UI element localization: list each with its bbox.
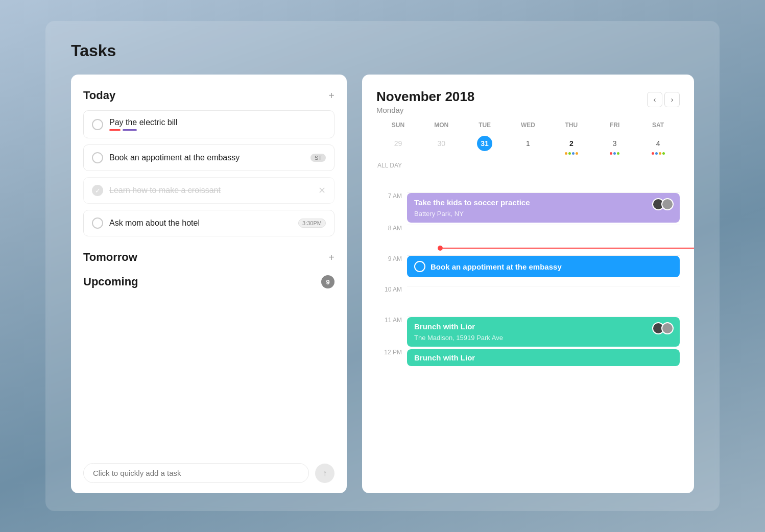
event-title: Book an appotiment at the embassy xyxy=(431,262,562,271)
add-today-button[interactable]: + xyxy=(328,90,334,101)
task-text: Ask mom about the hotel xyxy=(109,219,292,228)
event-dot xyxy=(568,152,571,155)
calendar-event[interactable]: Brunch with Lior The Madison, 15919 Park… xyxy=(407,317,680,347)
event-dot xyxy=(659,152,661,155)
time-content: Brunch with Lior The Madison, 15919 Park… xyxy=(407,317,680,349)
calendar-day[interactable]: 4 xyxy=(636,133,680,158)
time-label: 7 AM xyxy=(376,192,407,200)
day-number-today: 31 xyxy=(477,136,492,151)
event-avatars xyxy=(652,322,674,334)
add-tomorrow-button[interactable]: + xyxy=(328,252,334,262)
time-label: 8 AM xyxy=(376,225,407,232)
time-row-12pm: 12 PM Brunch with Lior xyxy=(376,349,680,379)
app-container: Tasks Today + Pay the electric bill xyxy=(45,21,720,511)
timeline: ALL DAY 7 AM Take the kids to soccer pra… xyxy=(376,162,680,379)
day-number: 30 xyxy=(434,136,449,151)
time-content xyxy=(407,162,680,192)
calendar-day[interactable]: 1 xyxy=(507,133,550,158)
task-close-button[interactable]: ✕ xyxy=(318,185,326,196)
calendar-day[interactable]: 30 xyxy=(420,133,463,158)
today-header: Today + xyxy=(83,89,334,102)
weekday-header: FRI xyxy=(593,117,636,133)
app-title: Tasks xyxy=(71,41,694,60)
avatar xyxy=(661,198,674,210)
quick-add-row: ↑ xyxy=(83,453,334,483)
weekday-header: SUN xyxy=(376,117,420,133)
calendar-day[interactable]: 29 xyxy=(376,133,420,158)
time-indicator-dot xyxy=(438,246,443,251)
day-number: 1 xyxy=(520,136,536,151)
event-dot xyxy=(662,152,665,155)
calendar-header: November 2018 Monday ‹ › xyxy=(376,89,680,114)
task-checkbox[interactable] xyxy=(92,217,103,229)
event-dot xyxy=(576,152,578,155)
event-dot xyxy=(565,152,567,155)
time-content: Brunch with Lior xyxy=(407,349,680,379)
time-label: ALL DAY xyxy=(376,162,407,169)
time-content xyxy=(407,286,680,317)
time-row-8am: 8 AM xyxy=(376,225,680,255)
calendar-day[interactable]: 2 xyxy=(549,133,593,158)
prev-month-button[interactable]: ‹ xyxy=(647,92,662,107)
event-location: The Madison, 15919 Park Ave xyxy=(414,334,673,342)
event-dots xyxy=(636,152,680,155)
task-time-badge: 3:30PM xyxy=(298,219,326,228)
weekday-header: THU xyxy=(549,117,593,133)
quick-add-input[interactable] xyxy=(83,463,309,483)
time-label: 9 AM xyxy=(376,255,407,262)
task-content: Ask mom about the hotel xyxy=(109,219,292,228)
task-content: Book an appotiment at the embassy xyxy=(109,153,304,162)
task-text-completed: Learn how to make a croissant xyxy=(109,186,312,195)
time-label: 10 AM xyxy=(376,286,407,293)
time-indicator-line xyxy=(443,248,694,249)
calendar-month: November 2018 xyxy=(376,89,474,105)
task-checkbox[interactable] xyxy=(92,119,103,130)
event-dot xyxy=(613,152,616,155)
underline-purple xyxy=(123,129,137,131)
calendar-day[interactable]: 3 xyxy=(593,133,636,158)
task-item: Pay the electric bill xyxy=(83,110,334,138)
time-row-9am: 9 AM Book an appotiment at the embassy xyxy=(376,255,680,286)
calendar-navigation: ‹ › xyxy=(647,92,680,107)
weekday-header: WED xyxy=(507,117,550,133)
calendar-title-block: November 2018 Monday xyxy=(376,89,474,114)
right-panel: November 2018 Monday ‹ › SUN MON TUE WED… xyxy=(362,75,694,493)
day-number: 3 xyxy=(607,136,623,151)
calendar-event[interactable]: Take the kids to soccer practice Battery… xyxy=(407,193,680,223)
event-dot xyxy=(610,152,612,155)
avatar xyxy=(661,322,674,334)
weekday-header: MON xyxy=(420,117,463,133)
task-assignee-badge: ST xyxy=(310,154,326,162)
event-dots xyxy=(593,152,636,155)
event-task-circle xyxy=(414,261,425,272)
next-month-button[interactable]: › xyxy=(664,92,680,107)
time-row-allday: ALL DAY xyxy=(376,162,680,192)
time-label: 11 AM xyxy=(376,317,407,324)
upcoming-header: Upcoming 9 xyxy=(83,273,334,291)
time-row-11am: 11 AM Brunch with Lior The Madison, 1591… xyxy=(376,317,680,349)
panels: Today + Pay the electric bill Book xyxy=(71,75,694,493)
time-content: Book an appotiment at the embassy xyxy=(407,255,680,286)
task-checkbox-done[interactable]: ✓ xyxy=(92,185,103,196)
time-content xyxy=(407,225,680,255)
event-dot xyxy=(655,152,658,155)
event-dots xyxy=(549,152,593,155)
calendar-event[interactable]: Brunch with Lior xyxy=(407,349,680,366)
quick-add-submit-button[interactable]: ↑ xyxy=(315,464,334,483)
event-dot xyxy=(617,152,619,155)
event-title: Take the kids to soccer practice xyxy=(414,198,673,207)
day-number: 29 xyxy=(390,136,405,151)
task-content: Pay the electric bill xyxy=(109,118,326,131)
upcoming-count-badge: 9 xyxy=(321,275,334,288)
task-item: Book an appotiment at the embassy ST xyxy=(83,144,334,171)
day-number: 2 xyxy=(564,136,579,151)
calendar-day[interactable]: 31 xyxy=(463,133,507,158)
task-checkbox[interactable] xyxy=(92,152,103,163)
task-text: Book an appotiment at the embassy xyxy=(109,153,304,162)
task-underlines xyxy=(109,129,326,131)
event-title: Brunch with Lior xyxy=(414,353,673,362)
calendar-event[interactable]: Book an appotiment at the embassy xyxy=(407,256,680,277)
tomorrow-header: Tomorrow + xyxy=(83,251,334,264)
day-number: 4 xyxy=(651,136,666,151)
time-row-10am: 10 AM xyxy=(376,286,680,317)
